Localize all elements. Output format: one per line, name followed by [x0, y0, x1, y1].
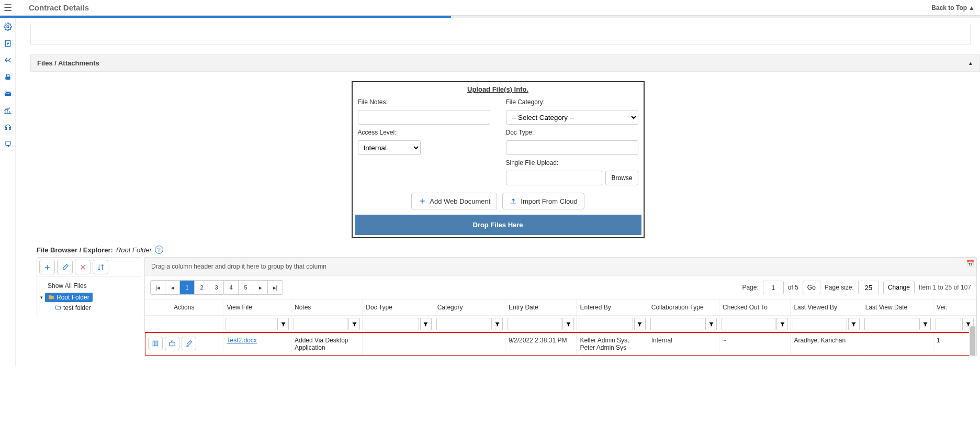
- filter-btn-checked-out[interactable]: [776, 318, 788, 330]
- pager-last[interactable]: ▸|: [268, 281, 283, 294]
- root-folder-label: Root Folder: [57, 294, 89, 301]
- pager-page-1[interactable]: 1: [180, 281, 195, 294]
- folder-outline-icon: [55, 305, 61, 311]
- filter-ver[interactable]: [936, 318, 961, 330]
- filter-btn-category[interactable]: [491, 318, 503, 330]
- pager-first[interactable]: |◂: [151, 281, 165, 294]
- add-folder-button[interactable]: [39, 260, 55, 274]
- top-bar: ☰ Contract Details Back to Top ▲: [0, 0, 980, 16]
- filter-btn-entered-by[interactable]: [634, 318, 646, 330]
- file-category-select[interactable]: -- Select Category --: [506, 110, 638, 125]
- share-icon[interactable]: [3, 55, 13, 65]
- col-last-view-date[interactable]: Last View Date: [862, 299, 933, 316]
- delete-folder-button[interactable]: [75, 260, 91, 274]
- col-entered-by[interactable]: Entered By: [577, 299, 648, 316]
- message-icon[interactable]: [3, 139, 13, 149]
- sort-button[interactable]: [93, 260, 108, 274]
- filter-last-viewed-by[interactable]: [793, 318, 847, 330]
- filter-notes[interactable]: [294, 318, 347, 330]
- cell-last-view-date: [862, 332, 933, 356]
- col-collab-type[interactable]: Collaboration Type: [648, 299, 719, 316]
- upload-heading: Upload File(s) Info.: [353, 85, 644, 93]
- col-entry-date[interactable]: Entry Date: [505, 299, 577, 316]
- access-level-select[interactable]: Internal: [358, 140, 421, 155]
- col-actions[interactable]: Actions: [145, 299, 223, 316]
- tree-caret-icon[interactable]: ▾: [40, 295, 43, 300]
- import-from-cloud-button[interactable]: Import From Cloud: [502, 193, 584, 209]
- root-folder-node[interactable]: Root Folder: [45, 293, 93, 302]
- pager-prev[interactable]: ◂: [165, 281, 180, 294]
- filter-btn-last-viewed-by[interactable]: [848, 318, 860, 330]
- subfolder-label: test folder: [63, 304, 91, 312]
- headset-icon[interactable]: [3, 123, 13, 132]
- filter-view-file[interactable]: [226, 318, 276, 330]
- filter-btn-doc-type[interactable]: [420, 318, 432, 330]
- filter-last-view-date[interactable]: [864, 318, 918, 330]
- drop-files-zone[interactable]: Drop Files Here: [355, 215, 641, 235]
- upload-panel: Upload File(s) Info. File Notes: Access …: [352, 81, 645, 238]
- go-button[interactable]: Go: [803, 281, 820, 294]
- edit-folder-button[interactable]: [57, 260, 73, 274]
- filter-entered-by[interactable]: [579, 318, 633, 330]
- header-row: Actions View File Notes Doc Type Categor…: [145, 299, 976, 316]
- help-icon[interactable]: ?: [155, 246, 163, 254]
- svg-rect-2: [5, 76, 10, 80]
- browse-button[interactable]: Browse: [605, 171, 638, 185]
- import-from-cloud-label: Import From Cloud: [521, 197, 577, 205]
- plus-icon: [418, 197, 426, 205]
- back-to-top-link[interactable]: Back to Top ▲: [931, 4, 975, 12]
- filter-category[interactable]: [436, 318, 490, 330]
- pager-next[interactable]: ▸: [253, 281, 268, 294]
- filter-btn-notes[interactable]: [348, 318, 360, 330]
- gear-icon[interactable]: [3, 22, 13, 31]
- col-checked-out[interactable]: Checked Out To: [719, 299, 791, 316]
- document-icon[interactable]: [3, 39, 13, 48]
- back-to-top-label: Back to Top: [931, 4, 967, 12]
- pager-page-4[interactable]: 4: [224, 281, 239, 294]
- add-web-document-button[interactable]: Add Web Document: [411, 193, 497, 209]
- col-ver[interactable]: Ver.: [933, 299, 976, 316]
- col-view-file[interactable]: View File: [223, 299, 291, 316]
- filter-doc-type[interactable]: [365, 318, 419, 330]
- filter-entry-date[interactable]: [508, 318, 561, 330]
- row-briefcase-button[interactable]: [165, 337, 179, 350]
- filter-btn-entry-date[interactable]: [562, 318, 574, 330]
- filter-checked-out[interactable]: [722, 318, 775, 330]
- filter-btn-collab[interactable]: [705, 318, 717, 330]
- row-open-button[interactable]: [148, 337, 163, 350]
- pager-page-5[interactable]: 5: [239, 281, 253, 294]
- vertical-scrollbar[interactable]: [969, 326, 976, 356]
- add-web-document-label: Add Web Document: [430, 197, 490, 205]
- col-category[interactable]: Category: [434, 299, 505, 316]
- subfolder-node[interactable]: test folder: [55, 304, 138, 312]
- lock-icon[interactable]: [3, 72, 13, 82]
- cell-entered-by: Keller Admin Sys, Peter Admin Sys: [577, 332, 648, 356]
- page-size-input[interactable]: [858, 281, 879, 294]
- doc-type-input[interactable]: [506, 140, 638, 155]
- single-file-input[interactable]: [506, 171, 603, 185]
- col-doc-type[interactable]: Doc Type: [363, 299, 434, 316]
- group-hint[interactable]: Drag a column header and drop it here to…: [145, 258, 976, 276]
- collapse-icon[interactable]: ▲: [968, 60, 973, 66]
- row-edit-button[interactable]: [182, 337, 196, 350]
- filter-btn-view-file[interactable]: [277, 318, 289, 330]
- file-link[interactable]: Test2.docx: [227, 337, 256, 344]
- svg-rect-4: [170, 342, 175, 346]
- mail-icon[interactable]: [3, 89, 13, 98]
- upload-cloud-icon: [509, 197, 517, 205]
- pager-page-3[interactable]: 3: [209, 281, 224, 294]
- file-notes-input[interactable]: [358, 110, 490, 125]
- access-level-label: Access Level:: [358, 129, 490, 136]
- chart-icon[interactable]: [3, 106, 13, 115]
- page-input[interactable]: [763, 281, 784, 294]
- filter-btn-last-view-date[interactable]: [919, 318, 931, 330]
- filter-collab[interactable]: [650, 318, 704, 330]
- pager-page-2[interactable]: 2: [195, 281, 209, 294]
- col-last-viewed-by[interactable]: Last Viewed By: [791, 299, 862, 316]
- hamburger-icon[interactable]: ☰: [0, 2, 16, 14]
- col-notes[interactable]: Notes: [291, 299, 363, 316]
- change-button[interactable]: Change: [883, 281, 915, 294]
- cell-notes: Added Via Desktop Application: [291, 332, 363, 356]
- show-all-files[interactable]: Show All Files: [40, 281, 138, 293]
- table-row[interactable]: Test2.docx Added Via Desktop Application…: [145, 332, 976, 356]
